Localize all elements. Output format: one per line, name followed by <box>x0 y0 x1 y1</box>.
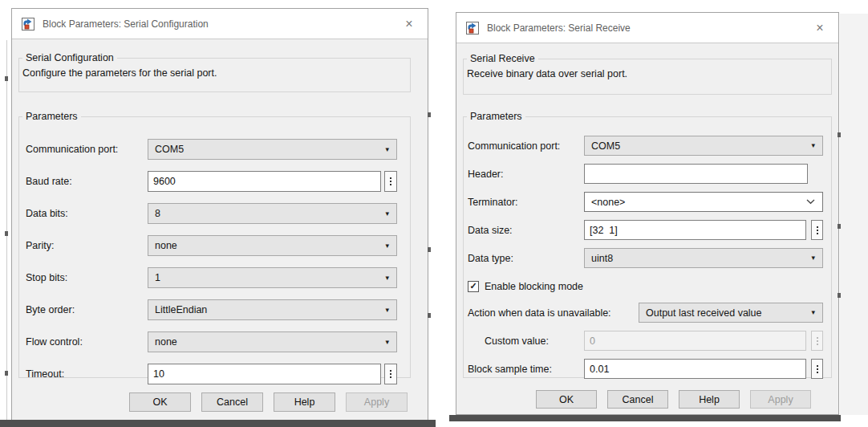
group-legend: Parameters <box>467 111 525 122</box>
field-row: Baud rate: <box>19 171 410 192</box>
dropdown-arrow-icon: ▾ <box>385 242 389 250</box>
dropdown-arrow-icon: ▾ <box>811 254 815 262</box>
dropdown-value: Output last received value <box>646 307 762 319</box>
dropdown-arrow-icon: ▾ <box>385 146 389 153</box>
window-bottom-edge <box>449 415 841 421</box>
dropdown-arrow-icon: ▾ <box>385 210 389 218</box>
titlebar[interactable]: Block Parameters: Serial Receive × <box>456 13 838 43</box>
timeout-input[interactable] <box>148 364 381 384</box>
field-label: Header: <box>468 169 503 180</box>
field-row: Data bits: 8 ▾ <box>19 203 410 224</box>
data-size-input[interactable] <box>584 220 806 240</box>
desktop: Block Parameters: Serial Configuration ×… <box>0 0 868 427</box>
field-label: Communication port: <box>468 140 560 152</box>
dialog-body: Serial Receive Receive binary data over … <box>456 43 838 413</box>
edge-tick <box>5 371 8 376</box>
dialog-buttons: OK Cancel Help Apply <box>129 392 408 412</box>
spinner-icon[interactable] <box>384 364 397 384</box>
edge-tick <box>838 293 841 298</box>
combo-value: <none> <box>591 197 625 208</box>
edge-tick <box>428 247 431 252</box>
dropdown-value: COM5 <box>155 144 184 155</box>
communication-port-dropdown[interactable]: COM5 ▾ <box>148 139 397 160</box>
serial-receive-group: Serial Receive Receive binary data over … <box>463 53 832 95</box>
field-row: Stop bits: 1 ▾ <box>19 267 410 288</box>
dropdown-value: none <box>155 336 177 348</box>
field-row: Byte order: LittleEndian ▾ <box>19 299 410 320</box>
close-icon[interactable]: × <box>400 18 418 31</box>
edge-tick <box>428 112 431 117</box>
field-label: Data type: <box>468 253 513 264</box>
block-sample-time-input[interactable] <box>584 359 806 379</box>
dropdown-arrow-icon: ▾ <box>385 339 389 346</box>
ok-button[interactable]: OK <box>129 392 191 412</box>
field-label: Data bits: <box>26 208 68 219</box>
edge-tick <box>5 231 8 236</box>
serial-configuration-group: Serial Configuration Configure the param… <box>18 52 411 92</box>
terminator-combo[interactable]: <none> <box>584 192 823 212</box>
checkbox-row: ✓ Enable blocking mode <box>464 276 831 296</box>
spinner-icon <box>811 331 823 351</box>
data-bits-dropdown[interactable]: 8 ▾ <box>148 203 397 224</box>
communication-port-dropdown[interactable]: COM5 ▾ <box>584 136 823 156</box>
field-row: Data type: uint8 ▾ <box>464 248 831 268</box>
cancel-button[interactable]: Cancel <box>607 390 668 409</box>
baud-rate-input[interactable] <box>148 171 381 192</box>
checkbox-label: Enable blocking mode <box>485 281 583 292</box>
action-when-data-unavailable-dropdown[interactable]: Output last received value ▾ <box>639 303 823 323</box>
field-row: Header: <box>464 164 831 184</box>
field-label: Data size: <box>468 225 513 236</box>
check-icon: ✓ <box>469 282 477 291</box>
block-description: Configure the parameters for the serial … <box>19 63 410 79</box>
field-label: Timeout: <box>26 368 64 380</box>
field-label: Baud rate: <box>26 176 72 187</box>
spinner-icon[interactable] <box>811 359 823 379</box>
spinner-icon[interactable] <box>384 171 397 192</box>
parameters-group: Parameters Communication port: COM5 ▾ He… <box>463 111 832 378</box>
dialog-title: Block Parameters: Serial Configuration <box>43 18 209 30</box>
titlebar[interactable]: Block Parameters: Serial Configuration × <box>12 9 428 39</box>
dropdown-value: COM5 <box>591 140 620 152</box>
edge-tick <box>838 132 841 137</box>
field-label: Communication port: <box>26 144 118 155</box>
dropdown-arrow-icon: ▾ <box>385 307 389 314</box>
header-input[interactable] <box>584 164 808 184</box>
parity-dropdown[interactable]: none ▾ <box>148 235 397 256</box>
dropdown-value: none <box>155 240 177 251</box>
simulink-block-icon <box>466 22 479 35</box>
dropdown-arrow-icon: ▾ <box>811 309 815 316</box>
byte-order-dropdown[interactable]: LittleEndian ▾ <box>148 299 397 320</box>
field-label: Flow control: <box>26 336 83 348</box>
help-button[interactable]: Help <box>679 390 740 409</box>
flow-control-dropdown[interactable]: none ▾ <box>148 331 397 352</box>
data-type-dropdown[interactable]: uint8 ▾ <box>584 248 823 268</box>
close-icon[interactable]: × <box>811 22 829 35</box>
field-row: Communication port: COM5 ▾ <box>19 139 410 160</box>
dropdown-value: 8 <box>155 208 160 219</box>
field-row: Parity: none ▾ <box>19 235 410 256</box>
cancel-button[interactable]: Cancel <box>201 392 263 412</box>
field-row: Flow control: none ▾ <box>19 331 410 352</box>
block-description: Receive binary data over serial port. <box>464 64 831 79</box>
edge-tick <box>428 313 431 318</box>
field-label: Stop bits: <box>26 272 67 283</box>
field-label: Custom value: <box>485 336 549 347</box>
field-row: Timeout: <box>19 364 410 384</box>
help-button[interactable]: Help <box>274 392 335 412</box>
edge-tick <box>5 76 8 81</box>
ok-button[interactable]: OK <box>536 390 597 409</box>
field-label: Block sample time: <box>468 364 552 375</box>
stop-bits-dropdown[interactable]: 1 ▾ <box>148 267 397 288</box>
apply-button: Apply <box>346 392 408 412</box>
enable-blocking-mode-checkbox[interactable]: ✓ <box>468 281 479 292</box>
dropdown-arrow-icon: ▾ <box>811 142 815 149</box>
dialog-title: Block Parameters: Serial Receive <box>487 22 631 34</box>
apply-button: Apply <box>750 390 811 409</box>
field-row: Communication port: COM5 ▾ <box>464 136 831 156</box>
field-row: Action when data is unavailable: Output … <box>464 303 831 323</box>
field-row: Custom value: <box>464 331 831 351</box>
background-window-edge <box>6 40 7 420</box>
spinner-icon[interactable] <box>811 220 823 240</box>
dropdown-value: 1 <box>155 272 160 283</box>
group-legend: Serial Configuration <box>22 52 117 63</box>
